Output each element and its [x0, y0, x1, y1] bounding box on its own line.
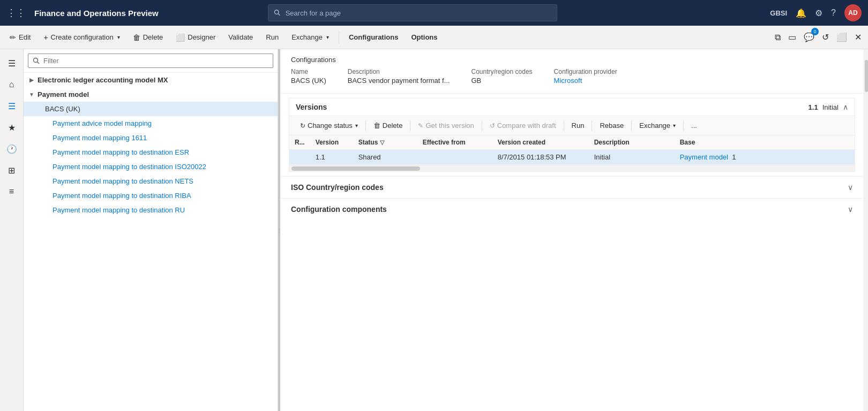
app-title: Finance and Operations Preview	[34, 9, 159, 18]
toolbar-sep	[339, 31, 339, 44]
tree-item-label-4: Payment model mapping 1611	[53, 134, 273, 142]
badge-icon[interactable]: 💬 0	[802, 30, 817, 44]
description-label: Description	[348, 68, 450, 75]
more-button[interactable]: ...	[687, 119, 701, 132]
vt-sep-7	[683, 120, 684, 131]
edit-button[interactable]: ✏ Edit	[4, 31, 36, 44]
tree-item-label-3: Payment advice model mapping	[53, 119, 273, 127]
row-desc: Initial	[589, 150, 675, 165]
sidebar-star-btn[interactable]: ★	[2, 118, 21, 137]
tree-item-label-9: Payment model mapping to destination RU	[53, 206, 273, 214]
refresh-icon[interactable]: ↺	[820, 30, 831, 44]
get-version-button[interactable]: ✎ Get this version	[414, 119, 478, 132]
scroll-thumb[interactable]	[291, 166, 420, 171]
config-components-header[interactable]: Configuration components ∨	[280, 199, 864, 220]
provider-value[interactable]: Microsoft	[554, 77, 617, 85]
rebase-button[interactable]: Rebase	[595, 119, 628, 132]
view-icon-2[interactable]: ▭	[786, 30, 798, 44]
detail-provider: Configuration provider Microsoft	[554, 68, 617, 85]
settings-icon[interactable]: ⚙	[815, 8, 822, 18]
horizontal-scrollbar[interactable]	[289, 165, 855, 171]
options-label: Options	[406, 31, 443, 44]
sidebar-hamburger-btn[interactable]: ☰	[2, 54, 21, 73]
scrollbar-thumb[interactable]	[865, 60, 868, 92]
col-header-version: Version	[310, 135, 353, 150]
versions-title: Versions	[296, 103, 327, 111]
svg-line-1	[278, 13, 280, 15]
exchange-button[interactable]: Exchange	[286, 31, 334, 44]
col-header-status: Status ▽	[353, 135, 417, 150]
maximize-icon[interactable]: ⬜	[834, 30, 849, 44]
content-area: Configurations Name BACS (UK) Descriptio…	[280, 49, 868, 411]
app-grid-icon[interactable]: ⋮⋮	[6, 7, 26, 19]
base-num: 1	[732, 153, 736, 161]
delete-icon: 🗑	[133, 33, 140, 42]
content-header: Configurations Name BACS (UK) Descriptio…	[280, 49, 864, 94]
run-button[interactable]: Run	[260, 31, 284, 44]
tree-item-0[interactable]: ▶ Electronic ledger accounting model MX	[24, 73, 278, 87]
col-header-desc: Description	[589, 135, 675, 150]
country-value: GB	[471, 77, 532, 85]
search-input[interactable]	[286, 9, 552, 17]
status-filter-icon[interactable]: ▽	[380, 139, 384, 146]
help-icon[interactable]: ?	[831, 8, 836, 18]
description-value: BACS vendor payment format f...	[348, 77, 450, 85]
versions-container: Versions 1.1 Initial ∧ ↻ Change status	[289, 98, 855, 172]
col-header-r: R...	[289, 135, 310, 150]
tree-item-6[interactable]: Payment model mapping to destination ISO…	[24, 159, 278, 174]
change-status-button[interactable]: ↻ Change status	[296, 119, 362, 132]
sidebar-home-btn[interactable]: ⌂	[2, 75, 21, 94]
vt-sep-1	[365, 120, 366, 131]
table-row[interactable]: 1.1 Shared 8/7/2015 01:18:53 PM Initial …	[289, 150, 855, 165]
tree-item-bacs[interactable]: BACS (UK)	[24, 102, 278, 116]
sidebar-grid-btn[interactable]: ⊞	[2, 161, 21, 180]
sidebar-chart-btn[interactable]: ≡	[2, 182, 21, 201]
notification-icon[interactable]: 🔔	[796, 8, 806, 18]
tree-item-4[interactable]: Payment model mapping 1611	[24, 131, 278, 145]
tree-item-8[interactable]: Payment model mapping to destination RIB…	[24, 188, 278, 203]
tree-list: ▶ Electronic ledger accounting model MX …	[24, 73, 278, 411]
compare-icon: ↺	[490, 122, 495, 130]
versions-collapse-btn[interactable]: ∧	[843, 103, 848, 111]
iso-section-header[interactable]: ISO Country/region codes ∨	[280, 177, 864, 198]
sidebar-list-btn[interactable]: ☰	[2, 96, 21, 116]
user-avatar[interactable]: AD	[844, 4, 862, 21]
edit-icon: ✏	[10, 33, 16, 42]
versions-toolbar: ↻ Change status 🗑 Delete ✎ Get this vers…	[289, 116, 855, 135]
main-content: Configurations Name BACS (UK) Descriptio…	[280, 49, 864, 411]
versions-run-button[interactable]: Run	[567, 119, 589, 132]
versions-delete-icon: 🗑	[373, 121, 380, 130]
tree-filter-input[interactable]	[28, 54, 273, 68]
row-base: Payment model 1	[675, 150, 855, 165]
iso-section: ISO Country/region codes ∨	[280, 176, 864, 198]
compare-draft-button[interactable]: ↺ Compare with draft	[485, 119, 560, 132]
right-scrollbar[interactable]	[864, 49, 868, 411]
close-icon[interactable]: ✕	[852, 30, 864, 44]
search-bar[interactable]	[268, 4, 557, 21]
versions-header: Versions 1.1 Initial ∧	[289, 98, 855, 116]
name-label: Name	[291, 68, 326, 75]
tree-item-7[interactable]: Payment model mapping to destination NET…	[24, 174, 278, 188]
create-config-button[interactable]: + Create configuration	[38, 31, 125, 44]
designer-button[interactable]: ⬜ Designer	[170, 31, 221, 44]
tree-item-label-8: Payment model mapping to destination RIB…	[53, 192, 273, 200]
tree-panel: ▶ Electronic ledger accounting model MX …	[24, 49, 278, 411]
main-toolbar: ✏ Edit + Create configuration 🗑 Delete ⬜…	[0, 26, 868, 49]
vt-sep-2	[410, 120, 410, 131]
tree-item-1[interactable]: ▼ Payment model	[24, 87, 278, 102]
versions-badge: 1.1 Initial ∧	[809, 103, 848, 111]
tree-item-5[interactable]: Payment model mapping to destination ESR	[24, 145, 278, 159]
iso-chevron-icon: ∨	[848, 183, 853, 192]
base-link[interactable]: Payment model	[680, 153, 728, 161]
validate-button[interactable]: Validate	[223, 31, 258, 44]
tree-item-3[interactable]: Payment advice model mapping	[24, 116, 278, 131]
view-icon-1[interactable]: ⧉	[773, 31, 783, 44]
tree-item-9[interactable]: Payment model mapping to destination RU	[24, 203, 278, 217]
vt-sep-5	[592, 120, 592, 131]
versions-exchange-button[interactable]: Exchange	[635, 119, 680, 132]
delete-button[interactable]: 🗑 Delete	[128, 31, 169, 44]
status-badge: Initial	[822, 103, 839, 111]
versions-delete-button[interactable]: 🗑 Delete	[369, 119, 407, 132]
row-r	[289, 150, 310, 165]
sidebar-clock-btn[interactable]: 🕐	[2, 139, 21, 158]
